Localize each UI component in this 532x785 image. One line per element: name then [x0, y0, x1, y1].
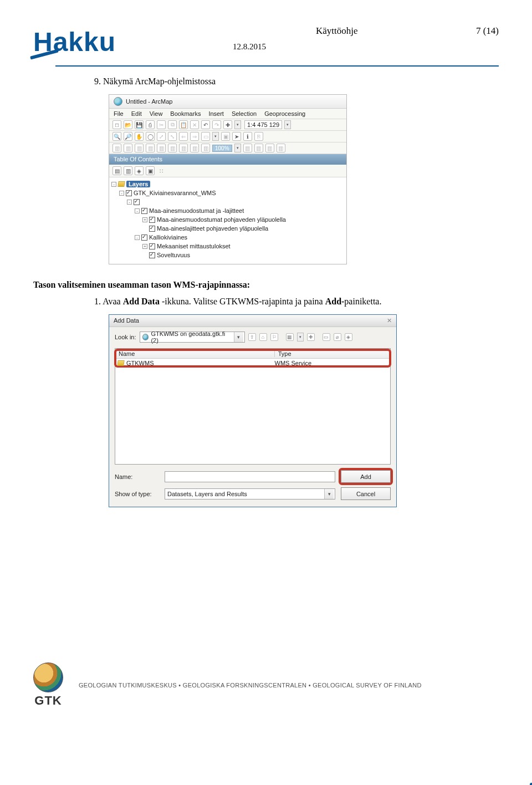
connect-folder-icon[interactable]: ⚐ [270, 333, 278, 341]
hyperlink-icon[interactable]: ⎘ [254, 132, 263, 141]
column-type-header[interactable]: Type [275, 350, 390, 357]
expander-icon[interactable]: - [127, 200, 132, 205]
layer-label[interactable]: GTK_Kiviainesvarannot_WMS [134, 190, 216, 196]
cancel-button[interactable]: Cancel [341, 487, 391, 500]
zoomin-icon[interactable]: 🔍 [112, 132, 121, 141]
scale-dropdown-icon[interactable]: ▾ [284, 120, 291, 129]
tool-d-icon[interactable]: ▥ [157, 144, 166, 152]
file-list[interactable]: Name Type GTKWMS WMS Service [115, 348, 391, 465]
toc-list-by-visibility-icon[interactable]: ◈ [135, 166, 144, 175]
list-view-dropdown-icon[interactable]: ▾ [297, 333, 304, 341]
add-data-dropdown-icon[interactable]: ▾ [234, 120, 241, 129]
percent-dropdown-icon[interactable]: ▾ [234, 144, 241, 152]
column-name-header[interactable]: Name [115, 350, 275, 357]
tool-f-icon[interactable]: ▥ [179, 144, 188, 152]
checkbox[interactable] [149, 226, 155, 232]
open-icon[interactable]: 📂 [124, 120, 132, 129]
tool-j-icon[interactable]: ▥ [254, 144, 263, 152]
layer-label[interactable]: Kalliokiviaines [149, 234, 187, 241]
layer-label[interactable]: Soveltuvuus [157, 252, 190, 258]
checkbox[interactable] [149, 217, 155, 223]
layer-label[interactable]: Mekaaniset mittaustulokset [157, 243, 231, 249]
expander-icon[interactable]: - [119, 191, 124, 196]
percent-box[interactable]: 100% [212, 145, 232, 152]
tool-i-icon[interactable]: ▥ [243, 144, 252, 152]
add-button[interactable]: Add [341, 470, 391, 483]
up-one-level-icon[interactable]: ⇧ [248, 333, 256, 341]
add-gis-server-icon[interactable]: ◈ [345, 333, 352, 341]
toc-options-icon[interactable]: ∷ [157, 166, 166, 175]
delete-icon[interactable]: ✕ [190, 120, 199, 129]
expander-icon[interactable]: - [135, 208, 140, 213]
select-dropdown-icon[interactable]: ▾ [212, 132, 219, 141]
checkbox[interactable] [141, 208, 147, 214]
print-icon[interactable]: ⎙ [146, 120, 155, 129]
layer-label[interactable]: Maa-aineslajitteet pohjaveden yläpuolell… [157, 225, 268, 232]
tool-g-icon[interactable]: ▥ [190, 144, 199, 152]
select-elements-icon[interactable]: ➤ [232, 132, 241, 141]
layer-label[interactable]: Maa-ainesmuodostumat pohjaveden yläpuole… [157, 216, 286, 223]
menu-bookmarks[interactable]: Bookmarks [170, 110, 201, 117]
checkbox[interactable] [134, 199, 140, 205]
checkbox[interactable] [149, 243, 155, 249]
expander-icon[interactable]: - [111, 182, 116, 187]
select-features-icon[interactable]: ▭ [201, 132, 210, 141]
clear-selection-icon[interactable]: ▣ [221, 132, 230, 141]
expander-icon[interactable]: + [142, 244, 147, 249]
identify-icon[interactable]: ℹ [243, 132, 252, 141]
menu-view[interactable]: View [150, 110, 163, 117]
menu-insert[interactable]: Insert [208, 110, 224, 117]
menu-file[interactable]: File [114, 110, 124, 117]
list-view-icon[interactable]: ▦ [286, 333, 294, 341]
fixed-zoomout-icon[interactable]: ⤡ [168, 132, 177, 141]
name-input[interactable] [165, 471, 335, 482]
cut-icon[interactable]: ✂ [157, 120, 166, 129]
tool-l-icon[interactable]: ▥ [277, 144, 285, 152]
tool-h-icon[interactable]: ▥ [201, 144, 210, 152]
tool-e-icon[interactable]: ▥ [168, 144, 177, 152]
tool-a-icon[interactable]: ▥ [124, 144, 132, 152]
checkbox[interactable] [141, 235, 147, 241]
list-item[interactable]: GTKWMS WMS Service [115, 359, 390, 368]
tool-k-icon[interactable]: ▥ [265, 144, 274, 152]
expander-icon[interactable]: + [142, 217, 147, 222]
full-extent-icon[interactable]: ◯ [146, 132, 155, 141]
new-icon[interactable]: □ [112, 120, 121, 129]
arcmap-menubar[interactable]: File Edit View Bookmarks Insert Selectio… [109, 109, 346, 119]
checkbox[interactable] [149, 252, 155, 258]
fixed-zoomin-icon[interactable]: ⤢ [157, 132, 166, 141]
save-icon[interactable]: 💾 [135, 120, 144, 129]
show-of-type-dropdown[interactable]: Datasets, Layers and Results [165, 488, 335, 499]
new-folder-icon[interactable]: ✚ [307, 333, 315, 341]
look-in-dropdown[interactable]: GTKWMS on geodata.gtk.fi (2) [140, 332, 245, 343]
forward-icon[interactable]: ⇒ [190, 132, 199, 141]
toc-list-by-drawing-order-icon[interactable]: ▤ [112, 166, 121, 175]
layer-label[interactable]: Maa-ainesmuodostumat ja -lajitteet [149, 207, 244, 214]
menu-selection[interactable]: Selection [232, 110, 257, 117]
back-icon[interactable]: ⇐ [179, 132, 188, 141]
disconnect-icon[interactable]: ⌀ [334, 333, 341, 341]
toc-list-by-selection-icon[interactable]: ▣ [146, 166, 155, 175]
pan-icon[interactable]: ✋ [135, 132, 144, 141]
expander-icon[interactable]: - [135, 235, 140, 240]
undo-icon[interactable]: ↶ [201, 120, 210, 129]
menu-edit[interactable]: Edit [131, 110, 142, 117]
toc-list-by-source-icon[interactable]: ▥ [124, 166, 132, 175]
zoomout-icon[interactable]: 🔎 [124, 132, 132, 141]
scale-box[interactable]: 1:4 475 129 [244, 120, 282, 129]
menu-geoprocessing[interactable]: Geoprocessing [264, 110, 305, 117]
redo-icon[interactable]: ↷ [212, 120, 221, 129]
editor-icon[interactable]: ▥ [112, 144, 121, 152]
copy-icon[interactable]: ⧉ [168, 120, 177, 129]
checkbox[interactable] [126, 190, 132, 196]
toc-tree[interactable]: - Layers - GTK_Kiviainesvarannot_WMS - -… [109, 177, 346, 264]
paste-icon[interactable]: 📋 [179, 120, 188, 129]
tool-b-icon[interactable]: ▥ [135, 144, 144, 152]
close-icon[interactable]: ✕ [387, 317, 392, 324]
home-icon[interactable]: ⌂ [259, 333, 267, 341]
tool-c-icon[interactable]: ▥ [146, 144, 155, 152]
look-in-label: Look in: [115, 334, 136, 340]
layers-root-label[interactable]: Layers [126, 181, 150, 187]
add-data-icon[interactable]: ✚ [223, 120, 232, 129]
catalog-icon[interactable]: ▭ [323, 333, 330, 341]
